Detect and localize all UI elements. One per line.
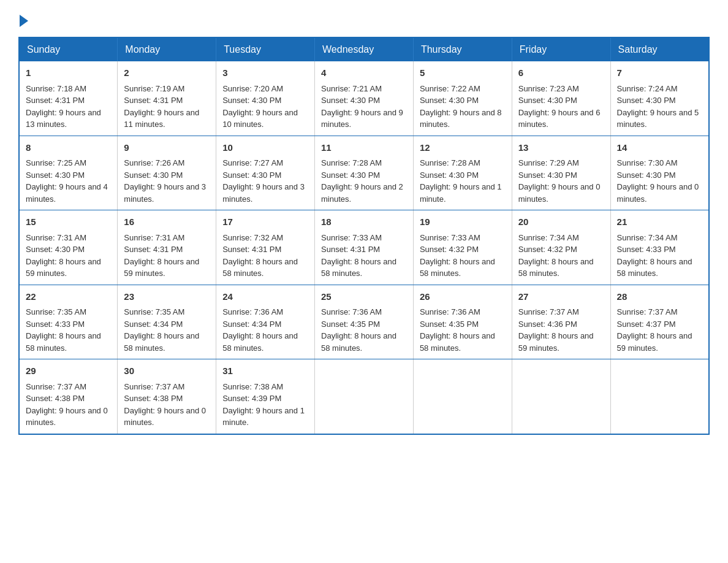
sunset-text: Sunset: 4:30 PM <box>420 96 479 105</box>
day-number: 18 <box>321 215 407 229</box>
daylight-text: Daylight: 8 hours and 58 minutes. <box>321 257 396 278</box>
sunset-text: Sunset: 4:35 PM <box>321 320 380 329</box>
calendar-header-friday: Friday <box>512 37 610 61</box>
sunrise-text: Sunrise: 7:30 AM <box>617 158 678 167</box>
calendar-cell: 6Sunrise: 7:23 AMSunset: 4:30 PMDaylight… <box>512 61 610 136</box>
daylight-text: Daylight: 8 hours and 58 minutes. <box>420 331 495 353</box>
day-number: 8 <box>26 141 111 155</box>
day-number: 24 <box>222 290 308 304</box>
sunrise-text: Sunrise: 7:19 AM <box>124 84 184 93</box>
day-number: 21 <box>617 215 702 229</box>
calendar-header-thursday: Thursday <box>413 37 512 61</box>
sunset-text: Sunset: 4:38 PM <box>124 394 183 403</box>
sunset-text: Sunset: 4:30 PM <box>26 170 85 180</box>
sunrise-text: Sunrise: 7:22 AM <box>420 84 480 93</box>
sunset-text: Sunset: 4:39 PM <box>222 394 281 403</box>
sunset-text: Sunset: 4:30 PM <box>222 170 281 180</box>
day-number: 13 <box>518 141 604 155</box>
calendar-cell: 30Sunrise: 7:37 AMSunset: 4:38 PMDayligh… <box>118 359 216 434</box>
daylight-text: Daylight: 9 hours and 3 minutes. <box>222 182 305 204</box>
day-number: 2 <box>124 66 210 80</box>
sunrise-text: Sunrise: 7:35 AM <box>124 307 184 316</box>
daylight-text: Daylight: 8 hours and 58 minutes. <box>26 331 101 353</box>
daylight-text: Daylight: 8 hours and 58 minutes. <box>124 331 199 353</box>
day-number: 11 <box>321 141 407 155</box>
daylight-text: Daylight: 9 hours and 4 minutes. <box>26 182 108 204</box>
sunset-text: Sunset: 4:33 PM <box>26 320 85 329</box>
sunset-text: Sunset: 4:37 PM <box>617 320 676 329</box>
sunset-text: Sunset: 4:30 PM <box>321 96 380 105</box>
calendar-cell: 21Sunrise: 7:34 AMSunset: 4:33 PMDayligh… <box>610 210 709 285</box>
calendar-header-wednesday: Wednesday <box>315 37 414 61</box>
calendar-header-sunday: Sunday <box>19 37 118 61</box>
sunset-text: Sunset: 4:34 PM <box>222 320 281 329</box>
daylight-text: Daylight: 9 hours and 9 minutes. <box>321 108 403 129</box>
day-number: 7 <box>617 66 702 80</box>
daylight-text: Daylight: 9 hours and 2 minutes. <box>321 182 403 204</box>
sunset-text: Sunset: 4:30 PM <box>617 96 676 105</box>
daylight-text: Daylight: 8 hours and 59 minutes. <box>518 331 594 353</box>
calendar-cell <box>413 359 512 434</box>
sunset-text: Sunset: 4:30 PM <box>518 170 577 180</box>
sunset-text: Sunset: 4:30 PM <box>420 170 479 180</box>
calendar-cell: 14Sunrise: 7:30 AMSunset: 4:30 PMDayligh… <box>610 136 709 210</box>
daylight-text: Daylight: 9 hours and 3 minutes. <box>124 182 206 204</box>
sunrise-text: Sunrise: 7:34 AM <box>617 233 678 242</box>
sunrise-text: Sunrise: 7:26 AM <box>124 158 184 167</box>
sunrise-text: Sunrise: 7:31 AM <box>124 233 184 242</box>
day-number: 6 <box>518 66 604 80</box>
daylight-text: Daylight: 8 hours and 59 minutes. <box>617 331 692 353</box>
calendar-week-row: 22Sunrise: 7:35 AMSunset: 4:33 PMDayligh… <box>19 285 709 359</box>
calendar-table: SundayMondayTuesdayWednesdayThursdayFrid… <box>18 37 710 435</box>
sunrise-text: Sunrise: 7:28 AM <box>321 158 382 167</box>
daylight-text: Daylight: 8 hours and 59 minutes. <box>124 257 199 278</box>
sunrise-text: Sunrise: 7:33 AM <box>321 233 382 242</box>
day-number: 23 <box>124 290 210 304</box>
day-number: 12 <box>420 141 506 155</box>
calendar-week-row: 29Sunrise: 7:37 AMSunset: 4:38 PMDayligh… <box>19 359 709 434</box>
sunset-text: Sunset: 4:36 PM <box>518 320 577 329</box>
calendar-cell: 12Sunrise: 7:28 AMSunset: 4:30 PMDayligh… <box>413 136 512 210</box>
calendar-cell: 17Sunrise: 7:32 AMSunset: 4:31 PMDayligh… <box>216 210 315 285</box>
day-number: 10 <box>222 141 308 155</box>
daylight-text: Daylight: 9 hours and 0 minutes. <box>124 406 206 427</box>
daylight-text: Daylight: 9 hours and 10 minutes. <box>222 108 298 129</box>
sunset-text: Sunset: 4:30 PM <box>321 170 380 180</box>
day-number: 17 <box>222 215 308 229</box>
calendar-header-row: SundayMondayTuesdayWednesdayThursdayFrid… <box>19 37 709 61</box>
logo <box>18 12 28 25</box>
day-number: 3 <box>222 66 308 80</box>
sunset-text: Sunset: 4:34 PM <box>124 320 183 329</box>
sunrise-text: Sunrise: 7:36 AM <box>222 307 283 316</box>
calendar-cell: 16Sunrise: 7:31 AMSunset: 4:31 PMDayligh… <box>118 210 216 285</box>
day-number: 29 <box>26 364 111 378</box>
day-number: 25 <box>321 290 407 304</box>
sunrise-text: Sunrise: 7:34 AM <box>518 233 579 242</box>
sunrise-text: Sunrise: 7:37 AM <box>518 307 579 316</box>
sunrise-text: Sunrise: 7:24 AM <box>617 84 678 93</box>
sunrise-text: Sunrise: 7:36 AM <box>420 307 480 316</box>
day-number: 16 <box>124 215 210 229</box>
daylight-text: Daylight: 8 hours and 59 minutes. <box>26 257 101 278</box>
day-number: 20 <box>518 215 604 229</box>
calendar-cell: 10Sunrise: 7:27 AMSunset: 4:30 PMDayligh… <box>216 136 315 210</box>
sunrise-text: Sunrise: 7:35 AM <box>26 307 86 316</box>
daylight-text: Daylight: 8 hours and 58 minutes. <box>617 257 692 278</box>
sunrise-text: Sunrise: 7:27 AM <box>222 158 283 167</box>
day-number: 1 <box>26 66 111 80</box>
day-number: 27 <box>518 290 604 304</box>
day-number: 19 <box>420 215 506 229</box>
day-number: 4 <box>321 66 407 80</box>
sunset-text: Sunset: 4:31 PM <box>26 96 85 105</box>
logo-arrow-icon <box>20 15 28 27</box>
day-number: 15 <box>26 215 111 229</box>
daylight-text: Daylight: 8 hours and 58 minutes. <box>222 331 298 353</box>
calendar-cell: 26Sunrise: 7:36 AMSunset: 4:35 PMDayligh… <box>413 285 512 359</box>
sunset-text: Sunset: 4:35 PM <box>420 320 479 329</box>
daylight-text: Daylight: 9 hours and 0 minutes. <box>617 182 699 204</box>
calendar-cell: 9Sunrise: 7:26 AMSunset: 4:30 PMDaylight… <box>118 136 216 210</box>
calendar-cell: 27Sunrise: 7:37 AMSunset: 4:36 PMDayligh… <box>512 285 610 359</box>
sunrise-text: Sunrise: 7:33 AM <box>420 233 480 242</box>
daylight-text: Daylight: 8 hours and 58 minutes. <box>420 257 495 278</box>
calendar-cell: 7Sunrise: 7:24 AMSunset: 4:30 PMDaylight… <box>610 61 709 136</box>
